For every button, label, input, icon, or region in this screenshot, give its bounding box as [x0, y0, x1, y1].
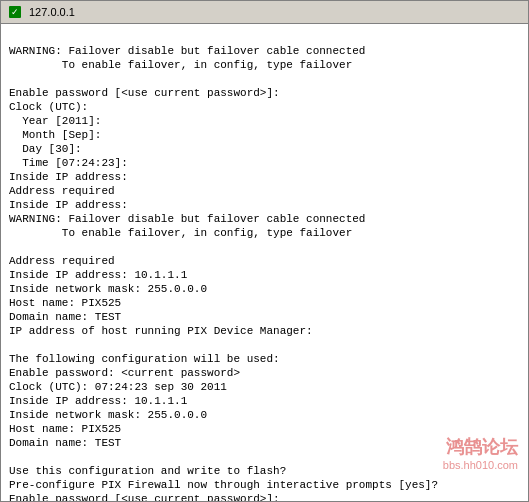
watermark: 鸿鹄论坛 bbs.hh010.com	[443, 435, 518, 471]
window-icon: ✓	[7, 4, 23, 20]
title-text: 127.0.0.1	[29, 6, 75, 18]
terminal-body[interactable]: WARNING: Failover disable but failover c…	[1, 24, 528, 501]
terminal-output: WARNING: Failover disable but failover c…	[9, 30, 520, 501]
main-window: ✓ 127.0.0.1 WARNING: Failover disable bu…	[0, 0, 529, 502]
watermark-line1: 鸿鹄论坛	[443, 435, 518, 459]
svg-text:✓: ✓	[11, 7, 19, 17]
watermark-line2: bbs.hh010.com	[443, 459, 518, 471]
title-bar: ✓ 127.0.0.1	[1, 1, 528, 24]
